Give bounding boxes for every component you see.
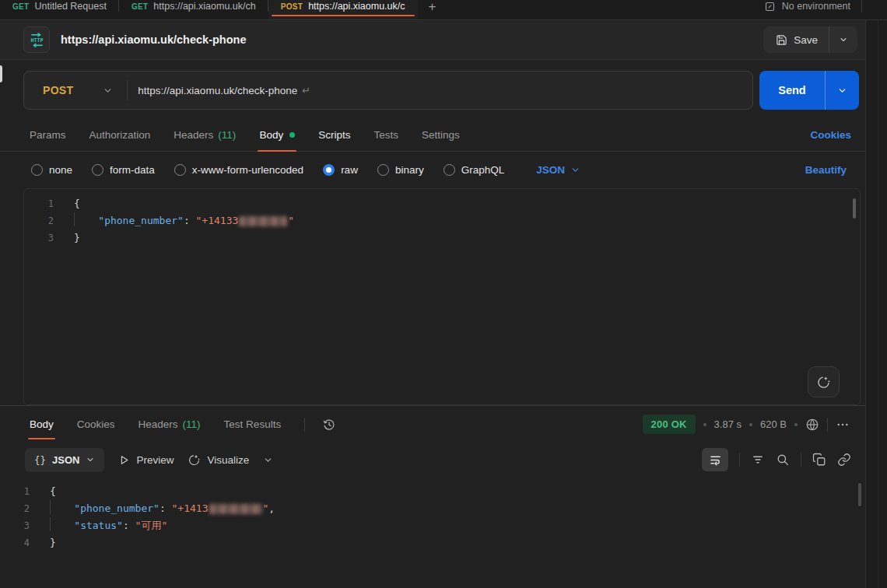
response-tab-test-results[interactable]: Test Results [224,406,282,443]
radio-graphql[interactable]: GraphQL [444,164,505,176]
method-badge: POST [281,2,303,11]
headers-count: (11) [183,418,201,430]
chevron-down-icon [570,165,580,175]
tab-body-active[interactable]: Body [259,118,295,152]
visualize-button[interactable]: Visualize [188,453,249,467]
sidebar-collapse-handle[interactable] [0,65,2,82]
dot-separator [703,423,706,426]
filter-button[interactable] [751,453,765,467]
save-button-group: Save [763,26,857,53]
filter-icon [751,453,765,467]
toolbar-divider [801,453,801,467]
request-title: https://api.xiaomu.uk/check-phone [61,33,246,46]
url-input-container: POST https://api.xiaomu.uk/check-phone ↵ [23,71,753,110]
send-button[interactable]: Send [759,71,825,110]
response-time[interactable]: 3.87 s [714,418,742,430]
language-dropdown[interactable]: JSON [536,164,580,176]
chevron-down-icon [263,455,273,465]
response-history-button[interactable] [322,418,336,432]
save-icon [776,34,787,46]
more-actions-button[interactable] [836,418,850,432]
search-button[interactable] [776,453,790,467]
request-tab-1[interactable]: GET Untitled Request [0,0,119,20]
code-line: { [74,195,294,212]
topbar-divider [861,0,862,12]
postbot-button[interactable] [808,366,840,397]
share-link-button[interactable] [837,453,851,467]
response-tab-cookies[interactable]: Cookies [77,406,115,443]
url-input[interactable]: https://api.xiaomu.uk/check-phone ↵ [128,85,752,96]
more-options-icon [836,418,850,432]
beautify-link[interactable]: Beautify [805,164,847,176]
history-icon [322,418,336,432]
scrollbar-thumb[interactable] [853,198,856,219]
cookies-link[interactable]: Cookies [810,129,851,141]
radio-none[interactable]: none [31,164,72,176]
code-line: { [50,483,275,500]
sparkles-icon [188,453,201,467]
tab-authorization[interactable]: Authorization [89,118,151,152]
tab-params[interactable]: Params [30,118,66,152]
link-icon [837,453,851,467]
request-tab-2[interactable]: GET https://api.xiaomu.uk/ch [119,0,268,20]
radio-form-data[interactable]: form-data [92,164,155,176]
radio-raw-selected[interactable]: raw [323,164,358,176]
wrap-text-icon [709,453,722,467]
send-button-group: Send [759,71,859,110]
response-tab-headers[interactable]: Headers(11) [138,406,201,443]
radio-x-www-form-urlencoded[interactable]: x-www-form-urlencoded [174,164,303,176]
tab-settings[interactable]: Settings [422,118,460,152]
tab-title: Untitled Request [34,1,106,12]
tab-title: https://api.xiaomu.uk/c [308,1,405,12]
environment-selector[interactable]: No environment [764,1,861,12]
copy-button[interactable] [812,453,826,467]
tab-tests[interactable]: Tests [373,118,398,152]
request-tab-3-active[interactable]: POST https://api.xiaomu.uk/c [268,0,418,20]
line-number-gutter: 1 2 3 4 [0,483,30,588]
radio-binary[interactable]: binary [377,164,424,176]
method-dropdown[interactable]: POST [24,84,127,96]
chevron-down-icon [839,35,848,44]
visualize-options-button[interactable] [263,455,273,465]
request-body-editor[interactable]: 1 2 3 { "phone_number": "+14133" } [23,188,861,405]
new-tab-button[interactable]: + [418,0,447,15]
save-button[interactable]: Save [763,34,829,46]
wrap-text-button[interactable] [702,448,728,471]
radio-icon [174,164,186,176]
preview-button[interactable]: Preview [118,454,174,466]
tab-headers[interactable]: Headers(11) [174,118,236,152]
response-format-dropdown[interactable]: {} JSON [25,448,104,472]
body-has-content-dot [289,132,295,138]
code-content: { "phone_number": "+1413", "status": "可用… [30,483,275,588]
toolbar-divider [739,453,740,467]
workspace-tab-bar: GET Untitled Request GET https://api.xia… [0,0,887,20]
request-header: HTTP https://api.xiaomu.uk/check-phone S… [0,20,865,60]
code-content: { "phone_number": "+14133" } [54,195,294,404]
save-label: Save [794,34,818,46]
response-size[interactable]: 620 B [760,418,787,430]
response-tab-strip: Body Cookies Headers(11) Test Results 20… [0,405,865,443]
redacted-overlay [209,504,262,514]
save-options-button[interactable] [829,35,857,44]
radio-icon [31,164,43,176]
request-tab-strip: Params Authorization Headers(11) Body Sc… [0,118,865,152]
method-badge: GET [12,2,29,11]
format-selected: JSON [52,454,79,466]
scrollbar-thumb[interactable] [858,483,861,506]
send-options-button[interactable] [826,71,859,110]
headers-count: (11) [218,129,236,141]
play-icon [118,454,130,466]
chevron-down-icon [103,86,113,96]
copy-icon [812,453,826,467]
status-badge[interactable]: 200 OK [643,415,696,434]
response-tab-body-active[interactable]: Body [30,406,54,443]
tab-scripts[interactable]: Scripts [318,118,350,152]
response-toolbar: {} JSON Preview Visualize [0,443,865,477]
json-braces-icon: {} [34,454,46,466]
network-info-button[interactable] [805,418,819,432]
response-body-viewer[interactable]: 1 2 3 4 { "phone_number": "+1413", "stat… [0,477,865,588]
method-selected: POST [43,84,73,96]
radio-icon [444,164,455,176]
toolbar-divider [304,418,305,432]
chevron-down-icon [86,455,95,464]
